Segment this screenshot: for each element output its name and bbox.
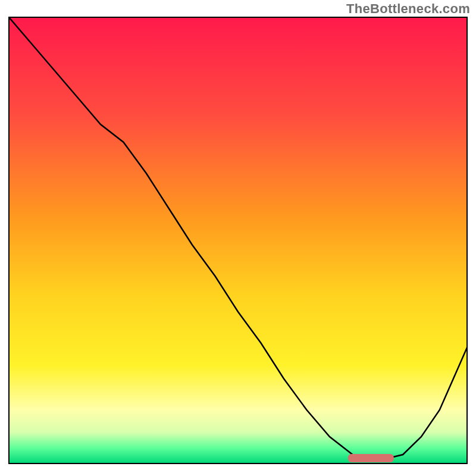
chart-container: { "watermark": "TheBottleneck.com", "col… bbox=[0, 0, 476, 476]
gradient-background bbox=[9, 17, 467, 464]
optimal-range-marker bbox=[348, 454, 394, 462]
watermark-text: TheBottleneck.com bbox=[346, 1, 470, 17]
bottleneck-chart bbox=[8, 17, 468, 464]
